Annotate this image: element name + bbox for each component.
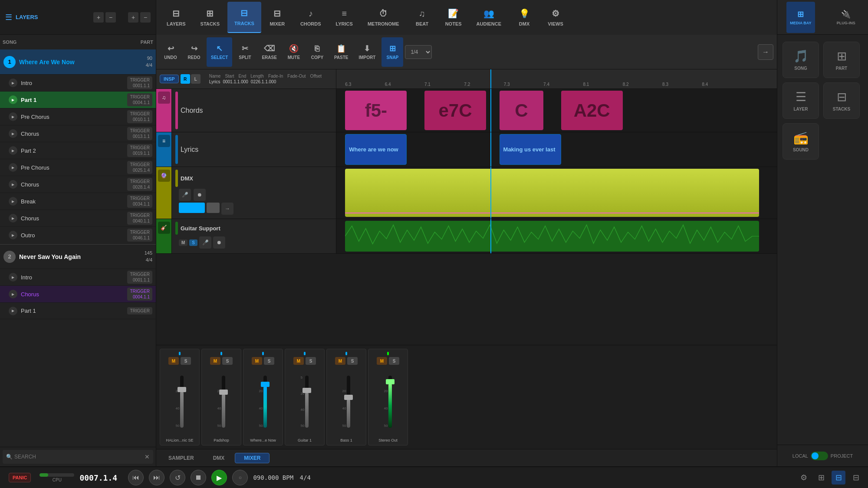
- guitar-m-button[interactable]: M: [179, 239, 187, 246]
- dmx-record-icon[interactable]: ⏺: [194, 189, 206, 201]
- search-bar[interactable]: 🔍 ✕: [3, 450, 153, 464]
- fast-forward-button[interactable]: ⏭: [149, 470, 164, 485]
- ch6-fader-knob[interactable]: [386, 379, 395, 384]
- loop-button[interactable]: ↺: [170, 470, 185, 485]
- dmx-track-content[interactable]: [336, 167, 777, 219]
- navigate-right-button[interactable]: →: [758, 44, 773, 60]
- tab-notes[interactable]: 📝 NOTES: [438, 2, 469, 33]
- ch4-mute-button[interactable]: M: [293, 357, 304, 365]
- guitar-s-button[interactable]: S: [189, 239, 197, 246]
- dmx-clip-main[interactable]: [345, 169, 759, 217]
- tab-views[interactable]: ⚙ VIEWS: [540, 2, 571, 33]
- song-minus-button[interactable]: −: [105, 12, 116, 23]
- ch1-solo-button[interactable]: S: [181, 357, 191, 365]
- split-button[interactable]: ✂ SPLIT: [234, 37, 256, 67]
- ch4-fader-track[interactable]: [305, 376, 309, 428]
- part-item-s2-part1[interactable]: ▶ Part 1 TRIGGER: [0, 303, 156, 319]
- paste-button[interactable]: 📋 PASTE: [330, 37, 353, 67]
- part-play-outro[interactable]: ▶: [9, 231, 17, 239]
- chords-track-icon[interactable]: ♫: [158, 92, 170, 104]
- chord-clip-e7c[interactable]: e7C: [424, 91, 486, 130]
- snap-value-select[interactable]: 1/4 1/8 1/16: [405, 45, 432, 59]
- part-play-s2-part1[interactable]: ▶: [9, 307, 17, 315]
- ch2-solo-button[interactable]: S: [222, 357, 233, 365]
- transport-view-button[interactable]: ⊟: [832, 471, 845, 485]
- tab-lyrics[interactable]: ≡ LYRICS: [329, 2, 360, 33]
- guitar-track-content[interactable]: [336, 219, 777, 253]
- erase-button[interactable]: ⌫ ERASE: [257, 37, 281, 67]
- part-item-outro[interactable]: ▶ Outro TRIGGER 0046.1.1: [0, 227, 156, 244]
- tab-stacks[interactable]: ⊞ STACKS: [194, 2, 227, 33]
- select-button[interactable]: ↖ SELECT: [207, 37, 232, 67]
- part-item-s2-intro[interactable]: ▶ Intro TRIGGER 0001.1.1: [0, 269, 156, 286]
- ch3-fader-track[interactable]: [263, 376, 267, 428]
- ch1-fader-track[interactable]: [180, 376, 184, 428]
- import-button[interactable]: ⬇ IMPORT: [355, 37, 380, 67]
- ch5-solo-button[interactable]: S: [347, 357, 358, 365]
- redo-button[interactable]: ↪ REDO: [183, 37, 205, 67]
- part-play-prechorus1[interactable]: ▶: [9, 112, 17, 121]
- transport-grid-button[interactable]: ⊞: [814, 471, 828, 485]
- media-sound-item[interactable]: 📻 SOUND: [783, 123, 819, 160]
- part-item-part2[interactable]: ▶ Part 2 TRIGGER 0019.1.1: [0, 142, 156, 159]
- chord-clip-c[interactable]: C: [500, 91, 544, 130]
- search-input[interactable]: [14, 454, 143, 460]
- transport-split-button[interactable]: ⊟: [849, 471, 863, 485]
- part-play-chorus1[interactable]: ▶: [9, 129, 17, 138]
- chord-clip-a2c[interactable]: A2C: [561, 91, 623, 130]
- guitar-record-icon[interactable]: ⏺: [213, 236, 225, 249]
- snap-button[interactable]: ⊞ SNAP: [381, 37, 403, 67]
- tab-media-bay[interactable]: ⊞ MEDIA BAY: [786, 2, 815, 33]
- ch5-mute-button[interactable]: M: [335, 357, 345, 365]
- lyric-clip-1[interactable]: Where are we now: [345, 134, 407, 165]
- song-item-1[interactable]: 1 Where Are We Now 90 4/4: [0, 49, 156, 75]
- ch2-mute-button[interactable]: M: [210, 357, 220, 365]
- tab-mixer-bottom[interactable]: MIXER: [235, 453, 270, 463]
- ch3-fader-knob[interactable]: [261, 382, 270, 387]
- ch6-mute-button[interactable]: M: [377, 357, 387, 365]
- tab-tracks[interactable]: ⊟ TRACKS: [227, 2, 261, 33]
- ch2-fader-knob[interactable]: [219, 390, 228, 395]
- tab-sampler[interactable]: SAMPLER: [160, 453, 203, 463]
- add-song-button[interactable]: +: [93, 12, 104, 23]
- part-item-chorus2[interactable]: ▶ Chorus TRIGGER 0028.1.4: [0, 176, 156, 193]
- mute-button[interactable]: 🔇 MUTE: [283, 37, 305, 67]
- play-button[interactable]: ▶: [211, 470, 227, 485]
- ch1-fader-knob[interactable]: [178, 387, 186, 392]
- part-play-intro[interactable]: ▶: [9, 79, 17, 87]
- ch5-fader-track[interactable]: [347, 376, 350, 428]
- dmx-segment-a[interactable]: [179, 203, 205, 213]
- record-arm-button[interactable]: ○: [232, 470, 248, 485]
- rewind-to-start-button[interactable]: ⏮: [128, 470, 144, 485]
- part-item-prechorus1[interactable]: ▶ Pre Chorus TRIGGER 0010.1.1: [0, 108, 156, 125]
- part-item-prechorus2[interactable]: ▶ Pre Chorus TRIGGER 0025.1.4: [0, 159, 156, 176]
- lyrics-track-icon[interactable]: ≡: [158, 135, 170, 147]
- lyrics-track-content[interactable]: Where are we now Making us ever last: [336, 132, 777, 167]
- copy-button[interactable]: ⎘ COPY: [306, 37, 328, 67]
- ch4-fader-knob[interactable]: [302, 388, 311, 393]
- part-item-chorus1[interactable]: ▶ Chorus TRIGGER 0013.1.1: [0, 125, 156, 142]
- tab-dmx[interactable]: 💡 DMX: [509, 2, 539, 33]
- panic-button[interactable]: PANIC: [9, 473, 31, 482]
- part-item-chorus3[interactable]: ▶ Chorus TRIGGER 0040.1.1: [0, 210, 156, 227]
- tab-plug-ins[interactable]: 🔌 PLUG-INS: [833, 2, 859, 33]
- media-stacks-item[interactable]: ⊟ STACKS: [823, 82, 860, 119]
- part-item-part1[interactable]: ▶ Part 1 TRIGGER 0004.1.1: [0, 92, 156, 108]
- local-project-toggle[interactable]: [811, 452, 828, 460]
- part-play-s2-intro[interactable]: ▶: [9, 273, 17, 282]
- media-song-item[interactable]: 🎵 SONG: [783, 42, 819, 78]
- dmx-segment-b[interactable]: [207, 203, 220, 213]
- transport-settings-button[interactable]: ⚙: [797, 471, 811, 485]
- tab-metronome[interactable]: ⏱ METRONOME: [361, 2, 406, 33]
- song-item-2[interactable]: 2 Never Saw You Again 145 4/4: [0, 244, 156, 269]
- ch6-solo-button[interactable]: S: [389, 357, 399, 365]
- tab-audience[interactable]: 👥 AUDIENCE: [470, 2, 508, 33]
- search-clear-button[interactable]: ✕: [145, 453, 150, 460]
- part-item-break[interactable]: ▶ Break TRIGGER 0034.1.1: [0, 193, 156, 210]
- dmx-arrow-right[interactable]: →: [221, 203, 233, 215]
- inspector-button[interactable]: INSP: [160, 75, 179, 83]
- stop-button[interactable]: ⏹: [191, 470, 206, 485]
- media-part-item[interactable]: ⊞ PART: [823, 42, 860, 78]
- part-play-part2[interactable]: ▶: [9, 146, 17, 155]
- ruler-tick-area[interactable]: 6.3 6.4 7.1 7.2 7.3 7.4 8.1 8.2 8.3 8.4: [336, 69, 777, 88]
